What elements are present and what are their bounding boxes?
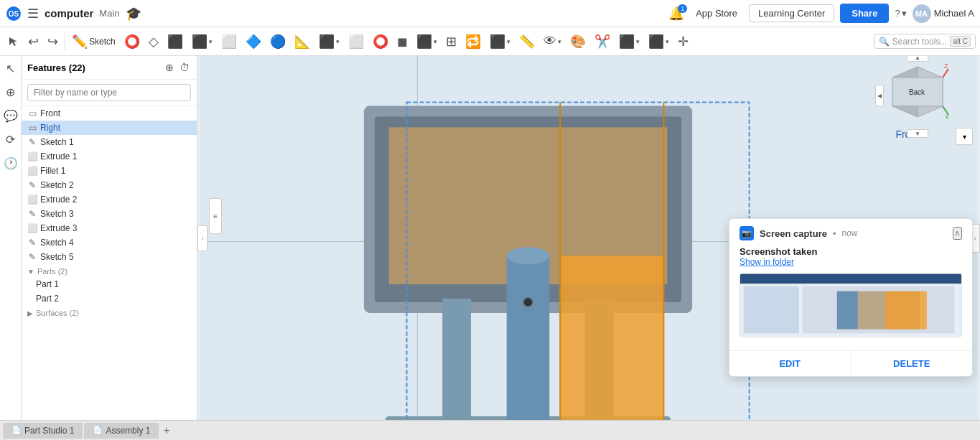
loft-button[interactable]: 🔵 <box>266 31 289 52</box>
help-button[interactable]: ? ▾ <box>895 8 906 19</box>
part1-item[interactable]: Part 1 <box>22 277 197 291</box>
feature-right[interactable]: ▭ Right <box>22 121 197 135</box>
orientation-cube[interactable]: Back Z X ◀ ▲ ▼ <box>885 63 950 128</box>
orient-down-arrow[interactable]: ▼ <box>907 129 928 138</box>
feature-extrude1[interactable]: ⬜ Extrude 1 <box>22 149 197 164</box>
solid-button[interactable]: ⬛ <box>164 31 187 52</box>
notif-app-name: Screen capture <box>760 228 827 239</box>
feature-sketch5[interactable]: ✎ Sketch 5 <box>22 250 197 264</box>
tab-part-studio-icon: 📄 <box>11 426 22 435</box>
feature-sketch2-label: Sketch 2 <box>40 180 74 190</box>
section-button[interactable]: ✂️ <box>591 31 614 52</box>
orient-up-arrow[interactable]: ▲ <box>907 56 928 62</box>
appstore-button[interactable]: App Store <box>690 5 743 22</box>
fillet-button[interactable]: ⬛▾ <box>315 31 343 52</box>
appearance-button[interactable]: 🎨 <box>566 31 589 52</box>
feature-extrude2[interactable]: ⬜ Extrude 2 <box>22 192 197 207</box>
learning-center-button[interactable]: Learning Center <box>749 4 834 22</box>
feature-sketch4[interactable]: ✎ Sketch 4 <box>22 235 197 250</box>
filter-box <box>22 80 197 106</box>
features-panel: Features (22) ⊕ ⏱ ▭ Front ▭ Right ✎ Sket… <box>22 56 197 420</box>
feature-sketch5-label: Sketch 5 <box>40 252 74 262</box>
redo-button[interactable]: ↪ <box>44 31 62 52</box>
draft-button[interactable]: ◼ <box>393 31 411 52</box>
feature-sketch1-label: Sketch 1 <box>40 137 74 147</box>
tab-bar: 📄 Part Studio 1 📄 Assembly 1 + <box>0 420 980 440</box>
tab-part-studio[interactable]: 📄 Part Studio 1 <box>3 423 83 439</box>
context-label: Main <box>99 8 119 19</box>
feature-front[interactable]: ▭ Front <box>22 106 197 121</box>
panel-collapse-button[interactable]: ‹ <box>197 225 207 251</box>
plane-button[interactable]: ◇ <box>145 31 162 52</box>
undo-button[interactable]: ↩ <box>24 31 42 52</box>
feature-sketch3[interactable]: ✎ Sketch 3 <box>22 207 197 221</box>
offset-button[interactable]: ⬛▾ <box>645 31 673 52</box>
select-tool-button[interactable] <box>4 33 23 50</box>
toolbar: ↩ ↪ ✏️ Sketch ⭕ ◇ ⬛ ⬛▾ ⬜ 🔷 🔵 📐 ⬛▾ ⬜ ⭕ ◼ … <box>0 27 980 56</box>
tab-assembly-icon: 📄 <box>93 426 103 435</box>
extrude-button[interactable]: ⬛▾ <box>188 31 216 52</box>
revolve-button[interactable]: ⬜ <box>218 31 241 52</box>
parts-section[interactable]: ▼ Parts (2) <box>22 264 197 277</box>
parts-section-label: Parts (2) <box>37 267 67 276</box>
part2-item[interactable]: Part 2 <box>22 291 197 306</box>
svg-text:OS: OS <box>9 10 19 18</box>
move-face-button[interactable]: ⬛▾ <box>615 31 643 52</box>
sweep-button[interactable]: 🔷 <box>242 31 265 52</box>
feature-sketch1[interactable]: ✎ Sketch 1 <box>22 135 197 149</box>
icon-comment-button[interactable]: 💬 <box>1 106 21 126</box>
chamfer-button[interactable]: 📐 <box>291 31 314 52</box>
tab-assembly[interactable]: 📄 Assembly 1 <box>84 423 159 439</box>
feature-extrude3[interactable]: ⬜ Extrude 3 <box>22 221 197 235</box>
view-options-button[interactable]: ▾ <box>956 128 973 145</box>
shell-button[interactable]: ⬜ <box>345 31 368 52</box>
user-menu-button[interactable]: MA Michael A <box>913 4 974 23</box>
orient-left-arrow[interactable]: ◀ <box>875 85 884 106</box>
icon-plus-button[interactable]: ⊕ <box>3 83 18 102</box>
transform-button[interactable]: ⬛▾ <box>486 31 514 52</box>
search-tools-box[interactable]: 🔍 Search tools... alt C <box>874 34 976 49</box>
feature-sketch4-label: Sketch 4 <box>40 238 74 248</box>
pattern-button[interactable]: ⊞ <box>442 31 460 52</box>
feature-front-label: Front <box>40 108 60 118</box>
add-tab-button[interactable]: + <box>160 424 172 437</box>
icon-refresh-button[interactable]: ⟳ <box>3 130 18 149</box>
graduation-icon: 🎓 <box>126 6 141 22</box>
view-button[interactable]: 👁▾ <box>540 31 565 52</box>
parts-collapse-icon: ▼ <box>27 268 34 276</box>
canvas-area[interactable]: Front Back Z X ◀ ▲ ▼ <box>197 56 980 420</box>
measure-button[interactable]: 📏 <box>515 31 538 52</box>
feature-sketch2[interactable]: ✎ Sketch 2 <box>22 178 197 192</box>
sketch-button[interactable]: ✏️ Sketch <box>68 31 119 52</box>
icon-time-button[interactable]: 🕐 <box>1 154 21 173</box>
surfaces-section[interactable]: ▶ Surfaces (2) <box>22 306 197 319</box>
panel-settings-button[interactable]: ⏱ <box>178 60 191 75</box>
notif-expand-button[interactable]: ∧ <box>953 227 962 240</box>
panel-header: Features (22) ⊕ ⏱ <box>22 56 197 80</box>
boolean-button[interactable]: ⭕ <box>369 31 392 52</box>
sketch-icon-3: ✎ <box>27 209 37 219</box>
notif-edit-button[interactable]: EDIT <box>729 351 851 376</box>
feature-fillet1[interactable]: ⬜ Fillet 1 <box>22 164 197 178</box>
notif-delete-button[interactable]: DELETE <box>851 351 973 376</box>
notif-preview-image <box>739 273 962 337</box>
notif-show-folder-link[interactable]: Show in folder <box>739 257 962 267</box>
svg-rect-15 <box>560 256 663 420</box>
hole-button[interactable]: ⬛▾ <box>413 31 441 52</box>
surfaces-collapse-icon: ▶ <box>27 309 33 317</box>
hamburger-icon[interactable]: ☰ <box>27 6 39 22</box>
extrude-icon-2: ⬜ <box>27 195 37 205</box>
top-bar: OS ☰ computer Main 🎓 🔔1 App Store Learni… <box>0 0 980 27</box>
construction-button[interactable]: ⭕ <box>121 31 144 52</box>
user-name: Michael A <box>934 8 974 19</box>
panel-add-button[interactable]: ⊕ <box>164 60 175 75</box>
svg-text:Z: Z <box>944 63 948 70</box>
collapse-list-button[interactable]: ≡ <box>209 198 222 234</box>
tools3d-button[interactable]: ✛ <box>674 31 692 52</box>
icon-cursor-button[interactable]: ↖ <box>3 59 18 78</box>
mirror-button[interactable]: 🔁 <box>462 31 485 52</box>
share-button[interactable]: Share <box>840 4 889 23</box>
help-icon: ? <box>895 8 900 19</box>
notifications-button[interactable]: 🔔1 <box>668 6 684 22</box>
filter-input[interactable] <box>27 84 191 101</box>
